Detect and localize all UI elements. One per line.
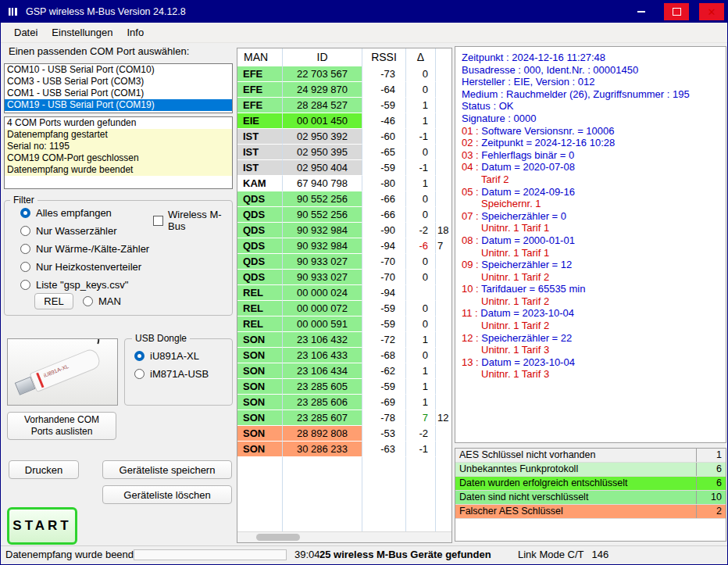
device-row[interactable]: SON23 285 605-591 [237,379,451,395]
cell-delta: 1 [406,113,436,129]
filter-option[interactable]: Nur Heizkostenverteiler [5,258,232,276]
device-row[interactable]: EFE22 703 567-730 [237,66,451,82]
dongle-option[interactable]: iM871A-USB [125,365,232,383]
print-button[interactable]: Drucken [9,460,79,479]
stats-row: Falscher AES Schlüssel2 [455,505,726,519]
device-row[interactable]: EIE00 001 450-461 [237,113,451,129]
menu-item-datei[interactable]: Datei [7,24,45,41]
device-row[interactable]: REL00 000 072-590 [237,301,451,316]
cell-delta: -1 [406,129,436,145]
cell-rssi: -62 [362,363,406,379]
radio-icon [134,351,145,361]
cell-rssi: -80 [362,176,406,191]
cell-man: IST [237,145,283,160]
cell-man: QDS [237,254,283,270]
cell-extra [436,191,451,207]
device-row[interactable]: REL00 000 591-590 [237,316,451,332]
menu-item-einstellungen[interactable]: Einstellungen [45,24,120,41]
cell-rssi: -90 [362,223,406,238]
minimize-button[interactable] [629,3,654,20]
device-row[interactable]: REL00 000 024-94 [237,285,451,301]
filter-option[interactable]: Nur Wärme-/Kälte-Zähler [5,240,232,258]
record-text: Speicherzähler = 22 [481,332,572,344]
delete-device-list-button[interactable]: Geräteliste löschen [102,485,232,504]
device-row[interactable]: EFE28 284 527-591 [237,98,451,113]
com-port-list[interactable]: COM10 - USB Serial Port (COM10)COM3 - US… [4,63,233,113]
save-device-list-button[interactable]: Geräteliste speichern [102,460,232,479]
cell-delta: -2 [406,223,436,238]
record-text: Datum = 2023-10-04 [480,307,574,319]
device-row[interactable]: SON23 106 434-621 [237,363,451,379]
cell-delta: 0 [406,191,436,207]
cell-rssi: -59 [362,98,406,113]
radio-icon [134,369,145,379]
device-row[interactable]: SON30 286 233-63-1 [237,442,451,457]
device-row[interactable]: SON28 892 808-53-2 [237,426,451,442]
cell-extra: 7 [436,238,451,254]
wireless-mbus-checkbox[interactable]: Wireless M-Bus [153,209,232,232]
cell-extra [436,395,451,410]
dongle-option[interactable]: iU891A-XL [125,347,232,365]
device-row[interactable]: EFE24 929 870-640 [237,82,451,98]
record-text: Software Versionsnr. = 10006 [481,125,614,137]
filter-option[interactable]: Liste "gsp_keys.csv" [5,276,232,294]
stats-label: Daten sind nicht verschlüsselt [455,491,696,504]
device-row[interactable]: QDS90 932 984-90-218 [237,223,451,238]
list-com-ports-button[interactable]: Vorhandene COM Ports auslisten [7,412,116,440]
dongle-device-label: iU891A-XL [43,363,70,378]
cell-delta: 7 [406,410,436,426]
device-row[interactable]: QDS90 932 984-94-67 [237,238,451,254]
device-row[interactable]: SON23 106 432-721 [237,332,451,348]
device-row[interactable]: QDS90 552 256-660 [237,191,451,207]
record-number: 08 : [462,234,481,246]
cell-delta: -2 [406,426,436,442]
link-mode: Link Mode C/T146 [518,549,608,560]
dongle-option-label: iM871A-USB [150,368,209,380]
column-header: ID [283,48,362,66]
com-port-item[interactable]: COM19 - USB Serial Port (COM19) [5,99,232,111]
device-row[interactable]: IST02 950 404-59-1 [237,160,451,176]
filter-groupbox: Alles empfangenNur WasserzählerNur Wärme… [4,200,233,316]
cell-rssi: -68 [362,348,406,363]
cell-rssi: -66 [362,207,406,223]
device-row[interactable]: SON23 285 607-78712 [237,410,451,426]
empty-cell [237,457,283,532]
title-bar: GSP wireless M-Bus Version 24.12.8 ✕ [1,1,727,23]
device-count: 25 wireless M-Bus Geräte gefunden [319,549,491,560]
device-row[interactable]: SON23 285 606-691 [237,395,451,410]
maximize-button[interactable] [664,3,689,20]
window-controls: ✕ [629,3,724,20]
com-port-item[interactable]: COM1 - USB Serial Port (COM1) [5,88,232,99]
close-button[interactable]: ✕ [699,3,724,20]
telegram-details: Zeitpunkt : 2024-12-16 11:27:48Busadress… [455,46,726,443]
cell-delta: 0 [406,207,436,223]
horizontal-scrollbar[interactable] [237,531,451,542]
cell-rssi: -73 [362,66,406,82]
menu-item-info[interactable]: Info [120,24,151,41]
com-port-item[interactable]: COM10 - USB Serial Port (COM10) [5,64,232,76]
record-subline: Tarif 2 [462,173,719,186]
detail-record: 07 : Speicherzähler = 0 [462,210,719,223]
start-button[interactable]: START [7,507,77,545]
com-port-item[interactable]: COM3 - USB Serial Port (COM3) [5,76,232,88]
scrollbar-thumb[interactable] [256,534,300,541]
cell-id: 23 106 432 [283,332,362,348]
cell-man: QDS [237,238,283,254]
cell-man: EFE [237,98,283,113]
device-row[interactable]: QDS90 933 027-700 [237,270,451,285]
man-radio[interactable]: MAN [83,295,121,307]
detail-record: 10 : Tarifdauer = 65535 min [462,283,719,295]
minimize-icon [637,11,645,13]
device-row[interactable]: KAM67 940 798-801 [237,176,451,191]
device-row[interactable]: SON23 106 433-680 [237,348,451,363]
cell-id: 24 929 870 [283,82,362,98]
cell-rssi: -63 [362,442,406,457]
record-number: 11 : [462,307,480,319]
cell-extra [436,145,451,160]
device-row[interactable]: QDS90 933 027-700 [237,254,451,270]
device-row[interactable]: QDS90 552 256-660 [237,207,451,223]
cell-extra [436,285,451,301]
device-row[interactable]: IST02 950 395-650 [237,145,451,160]
rel-button[interactable]: REL [34,293,73,309]
device-row[interactable]: IST02 950 392-60-1 [237,129,451,145]
